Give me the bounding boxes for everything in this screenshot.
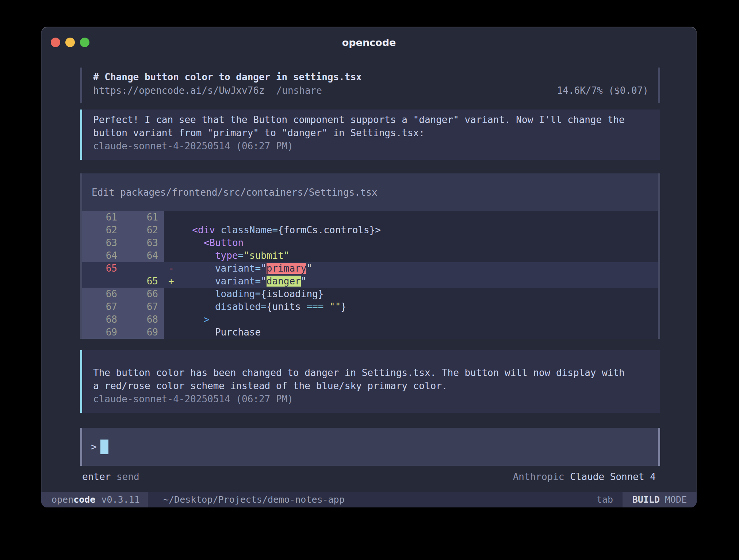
code-token: === [306, 301, 323, 312]
working-directory: ~/Desktop/Projects/demo-notes-app [148, 492, 345, 507]
diff-code-line: <Button [181, 237, 658, 249]
diff-change-marker [164, 300, 181, 313]
diff-row: 65+ variant="danger" [82, 275, 658, 288]
code-token: type [215, 250, 238, 261]
diff-change-marker: + [164, 275, 181, 288]
diff-old-line-number: 61 [82, 211, 123, 224]
diff-row: 6363 <Button [82, 237, 658, 249]
code-token: = [272, 225, 278, 235]
code-token: = [255, 263, 261, 274]
diff-row: 6868 > [82, 313, 658, 326]
diff-old-line-number [82, 275, 123, 288]
text-cursor [100, 440, 108, 454]
diff-new-line-number: 68 [123, 313, 164, 326]
diff-code-line: variant="danger" [181, 275, 658, 288]
diff-code-line: loading={isLoading} [181, 288, 658, 300]
code-token: " [306, 263, 312, 274]
diff-code-line: variant="primary" [181, 262, 658, 275]
mode-toggle[interactable]: BUILDMODE [623, 492, 697, 507]
code-token: <div [192, 225, 215, 235]
diff-row: 6262 <div className={formCs.controls}> [82, 224, 658, 237]
assistant-message: The button color has been changed to dan… [80, 350, 660, 413]
code-token: = [238, 250, 244, 261]
app-version-segment: opencodev0.3.11 [41, 492, 148, 507]
code-token [323, 301, 329, 312]
edit-file-path: Edit packages/frontend/src/containers/Se… [82, 173, 658, 211]
session-title: # Change button color to danger in setti… [93, 70, 648, 84]
diff-code-line: > [181, 313, 658, 326]
diff-old-line-number: 69 [82, 326, 123, 339]
code-token: danger [267, 276, 301, 287]
share-url[interactable]: https://opencode.ai/s/UwJxv76z [93, 84, 265, 97]
diff-change-marker [164, 224, 181, 237]
code-token: " [261, 263, 267, 274]
send-label: send [116, 471, 139, 482]
diff-row: 6666 loading={isLoading} [82, 288, 658, 300]
diff-code-line [181, 211, 658, 224]
code-token [215, 225, 221, 235]
assistant-message: Perfect! I can see that the Button compo… [80, 110, 660, 160]
diff-change-marker [164, 249, 181, 262]
diff-row: 6767 disabled={units === ""} [82, 300, 658, 313]
diff-new-line-number: 63 [123, 237, 164, 249]
token-cost-stats: 14.6K/7% ($0.07) [557, 84, 648, 97]
code-token: = [255, 288, 261, 299]
code-token: > [204, 314, 210, 325]
diff-old-line-number: 66 [82, 288, 123, 300]
diff-old-line-number: 67 [82, 300, 123, 313]
code-token: = [261, 301, 267, 312]
code-token: disabled [215, 301, 261, 312]
mode-name: BUILD [632, 494, 660, 505]
diff-new-line-number: 65 [123, 275, 164, 288]
edit-tool-panel: Edit packages/frontend/src/containers/Se… [80, 173, 660, 339]
diff-old-line-number: 68 [82, 313, 123, 326]
message-line: a red/rose color scheme instead of the b… [93, 379, 651, 392]
diff-new-line-number: 64 [123, 249, 164, 262]
diff-row: 6161 [82, 211, 658, 224]
code-token: " [261, 276, 267, 287]
model-timestamp: claude-sonnet-4-20250514 (06:27 PM) [93, 392, 651, 406]
code-token: <Button [204, 237, 244, 248]
prompt-input[interactable]: > [80, 428, 660, 466]
code-token [181, 327, 215, 338]
code-token [181, 288, 215, 299]
diff-code-line: disabled={units === ""} [181, 300, 658, 313]
model-timestamp: claude-sonnet-4-20250514 (06:27 PM) [93, 139, 651, 153]
diff-old-line-number: 62 [82, 224, 123, 237]
code-token: primary [267, 263, 307, 274]
code-token: Purchase [215, 327, 261, 338]
session-header: # Change button color to danger in setti… [80, 68, 660, 103]
code-token: " [301, 276, 307, 287]
diff-change-marker [164, 237, 181, 249]
diff-old-line-number: 65 [82, 262, 123, 275]
code-token [181, 276, 215, 287]
message-line: Perfect! I can see that the Button compo… [93, 113, 651, 126]
diff-change-marker [164, 288, 181, 300]
tab-key-hint: tab [597, 492, 623, 507]
model-name: Claude Sonnet 4 [570, 471, 656, 482]
terminal-window: opencode # Change button color to danger… [41, 27, 697, 507]
code-token: {isLoading} [261, 288, 323, 299]
diff-new-line-number: 69 [123, 326, 164, 339]
provider-name: Anthropic [513, 471, 564, 482]
app-version: v0.3.11 [101, 494, 139, 505]
unshare-command[interactable]: /unshare [276, 84, 322, 97]
diff-new-line-number: 66 [123, 288, 164, 300]
diff-change-marker: - [164, 262, 181, 275]
diff-code-line: Purchase [181, 326, 658, 339]
diff-row: 65- variant="primary" [82, 262, 658, 275]
code-token: className [221, 225, 272, 235]
diff-change-marker [164, 326, 181, 339]
code-token: } [341, 301, 346, 312]
code-token [181, 237, 204, 248]
send-hint: enter send [82, 470, 139, 483]
diff-row: 6969 Purchase [82, 326, 658, 339]
diff-old-line-number: 63 [82, 237, 123, 249]
model-indicator[interactable]: Anthropic Claude Sonnet 4 [513, 470, 656, 483]
diff-code-line: <div className={formCs.controls}> [181, 224, 658, 237]
code-token: "" [329, 301, 341, 312]
message-line: button variant from "primary" to "danger… [93, 126, 651, 139]
code-token [181, 301, 215, 312]
code-token [181, 314, 204, 325]
code-token [181, 225, 192, 235]
